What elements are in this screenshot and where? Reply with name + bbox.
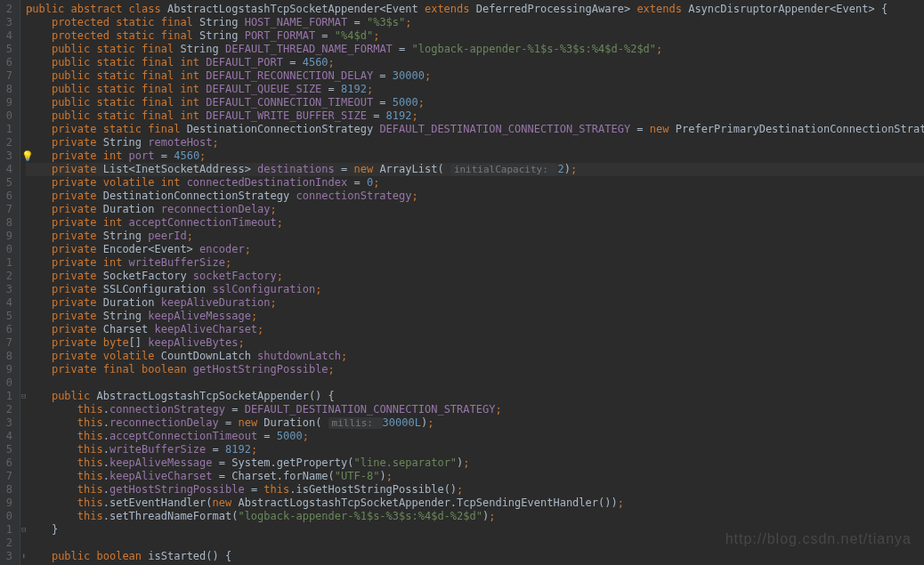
code-line[interactable]: private String peerId; — [26, 230, 924, 243]
token: "logback-appender-%1$s-%3$s:%4$d-%2$d" — [238, 510, 482, 522]
token: ; — [328, 56, 335, 69]
code-line[interactable]: this.setThreadNameFormat("logback-append… — [26, 510, 924, 523]
code-line[interactable]: this.acceptConnectionTimeout = 5000; — [26, 430, 924, 443]
token: 5000 — [393, 96, 418, 109]
code-line[interactable]: public AbstractLogstashTcpSocketAppender… — [26, 390, 924, 403]
code-line[interactable]: private volatile CountDownLatch shutdown… — [26, 350, 924, 363]
code-line[interactable]: private Duration reconnectionDelay; — [26, 203, 924, 216]
token: DeferredProcessingAware> — [476, 3, 637, 15]
code-line[interactable]: private DestinationConnectionStrategy co… — [26, 190, 924, 203]
token: DEFAULT_RECONNECTION_DELAY — [206, 69, 373, 82]
code-line[interactable]: private SSLConfiguration sslConfiguratio… — [26, 283, 924, 296]
token: = — [321, 83, 341, 95]
line-number: 0 — [3, 376, 12, 390]
code-line[interactable]: public static final int DEFAULT_CONNECTI… — [26, 96, 924, 109]
line-number: 4 — [3, 163, 12, 176]
token: writeBufferSize — [129, 256, 225, 269]
code-line[interactable]: this.reconnectionDelay = new Duration( m… — [26, 416, 924, 430]
token: sslConfiguration — [213, 283, 316, 295]
token: writeBufferSize — [109, 443, 206, 456]
code-line[interactable]: this.setEventHandler(new AbstractLogstas… — [26, 496, 924, 510]
token: private — [52, 163, 103, 175]
token: = — [213, 456, 232, 469]
code-line[interactable]: private Duration keepAliveDuration; — [26, 296, 924, 310]
line-number: 1 — [3, 390, 12, 403]
code-line[interactable]: public static final int DEFAULT_QUEUE_SI… — [26, 83, 924, 96]
token: keepAliveMessage — [148, 310, 251, 322]
code-line[interactable]: this.keepAliveCharset = Charset.forName(… — [26, 470, 924, 483]
token: isStarted() { — [148, 550, 231, 562]
token: ; — [245, 243, 251, 255]
token: this — [77, 510, 103, 522]
token: private — [52, 283, 103, 295]
code-area[interactable]: public abstract class AbstractLogstashTc… — [20, 0, 924, 565]
line-number: 9 — [3, 496, 12, 510]
token: ; — [405, 16, 411, 28]
token: ; — [463, 456, 469, 469]
token: connectionStrategy — [296, 190, 411, 202]
token: SocketFactory — [103, 270, 193, 282]
code-line[interactable]: private int acceptConnectionTimeout; — [26, 216, 924, 230]
line-number: 7 — [3, 470, 12, 483]
code-line[interactable]: this.getHostStringPossible = this.isGetH… — [26, 483, 924, 496]
token: ) — [379, 470, 385, 482]
code-line[interactable]: private List<InetSocketAddress> destinat… — [26, 163, 924, 176]
code-line[interactable]: } — [26, 523, 924, 537]
code-line[interactable]: public abstract class AbstractLogstashTc… — [26, 3, 924, 16]
token: public static final int — [52, 109, 206, 122]
code-line[interactable] — [26, 537, 924, 550]
token: public static final int — [52, 56, 206, 69]
token: reconnectionDelay — [161, 203, 271, 215]
code-line[interactable]: protected static final String HOST_NAME_… — [26, 16, 924, 29]
line-number: 4 — [3, 296, 12, 310]
line-number: 7 — [3, 203, 12, 216]
token: = — [630, 123, 650, 135]
code-line[interactable]: private String keepAliveMessage; — [26, 310, 924, 323]
code-line[interactable]: public boolean isStarted() { — [26, 550, 924, 563]
code-line[interactable]: private Encoder<Event> encoder; — [26, 243, 924, 256]
line-number-gutter[interactable]: 2⬇34567890123💡45678901234567890123456789… — [0, 0, 20, 565]
token: . — [103, 403, 109, 416]
code-line[interactable]: private byte[] keepAliveBytes; — [26, 336, 924, 350]
code-line[interactable]: public static final String DEFAULT_THREA… — [26, 43, 924, 56]
token: = — [219, 416, 239, 429]
token: millis: — [328, 417, 383, 429]
code-line[interactable]: this.writeBufferSize = 8192; — [26, 443, 924, 456]
token: ; — [618, 496, 624, 509]
code-line[interactable]: private volatile int connectedDestinatio… — [26, 176, 924, 190]
token: . — [103, 416, 109, 429]
code-line[interactable] — [26, 376, 924, 390]
line-number: 3 — [3, 416, 12, 430]
code-line[interactable]: this.keepAliveMessage = System.getProper… — [26, 456, 924, 470]
token: private int — [52, 256, 129, 269]
code-line[interactable]: private final boolean getHostStringPossi… — [26, 363, 924, 376]
token: System.getProperty( — [231, 456, 353, 469]
code-line[interactable]: private Charset keepAliveCharset; — [26, 323, 924, 336]
code-line[interactable]: private static final DestinationConnecti… — [26, 123, 924, 136]
code-line[interactable]: public static final int DEFAULT_WRITE_BU… — [26, 109, 924, 123]
token: = — [315, 29, 335, 42]
line-number: 6 — [3, 456, 12, 470]
token: Event — [386, 3, 418, 15]
token: 8192 — [341, 83, 367, 95]
token: getHostStringPossible — [109, 483, 245, 496]
line-number: 0 — [3, 243, 12, 256]
token: private — [52, 296, 103, 309]
code-editor[interactable]: 2⬇34567890123💡45678901234567890123456789… — [0, 0, 924, 565]
token: keepAliveCharset — [109, 470, 213, 482]
code-line[interactable]: private int port = 4560; — [26, 149, 924, 163]
token: new — [650, 123, 676, 135]
token: ; — [427, 416, 434, 429]
code-line[interactable]: public static final int DEFAULT_RECONNEC… — [26, 69, 924, 83]
token: 4560 — [174, 149, 199, 162]
code-line[interactable]: this.connectionStrategy = DEFAULT_DESTIN… — [26, 403, 924, 416]
code-line[interactable]: private String remoteHost; — [26, 136, 924, 149]
code-line[interactable]: private SocketFactory socketFactory; — [26, 270, 924, 283]
code-line[interactable]: protected static final String PORT_FORMA… — [26, 29, 924, 43]
token: ; — [373, 29, 379, 42]
token: Duration( — [263, 416, 328, 429]
code-line[interactable]: public static final int DEFAULT_PORT = 4… — [26, 56, 924, 69]
token: AbstractLogstashTcpSocketAppender.TcpSen… — [238, 496, 617, 509]
code-line[interactable]: private int writeBufferSize; — [26, 256, 924, 270]
token: this — [263, 483, 289, 496]
